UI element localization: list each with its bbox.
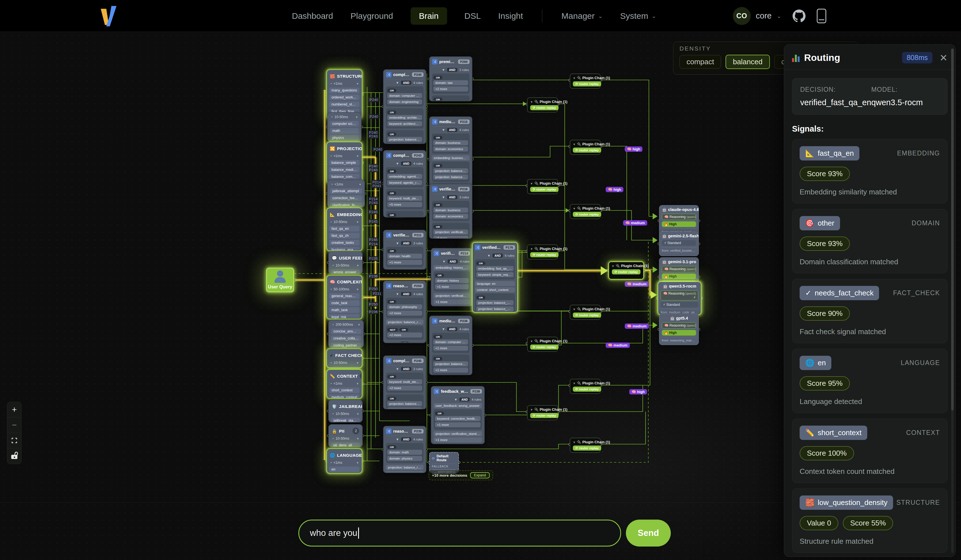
signal-badges: Value 0Score 55%	[800, 516, 940, 530]
density-option-compact[interactable]: compact	[680, 55, 721, 69]
score-badge: Value 0	[800, 516, 838, 530]
app-logo-icon[interactable]	[99, 5, 119, 26]
fit-view-button[interactable]	[7, 433, 21, 448]
edge-label: P235	[393, 213, 405, 218]
edge-label: P243	[368, 167, 379, 172]
edge-label: P236	[368, 274, 379, 279]
signal-description: Domain classification matched	[800, 258, 940, 266]
account-menu[interactable]: CO core ⌄	[733, 7, 781, 25]
edge-label: P240	[368, 114, 379, 119]
edge-label: P245	[368, 210, 379, 214]
pencil-icon: ✏️	[805, 428, 814, 437]
score-badge: Score 95%	[800, 376, 850, 390]
top-navbar: DashboardPlaygroundBrainDSLInsightManage…	[0, 0, 961, 32]
latency-badge: 808ms	[902, 52, 932, 63]
nav-items: DashboardPlaygroundBrainDSLInsightManage…	[292, 0, 656, 32]
nav-item-manager[interactable]: Manager⌄	[561, 11, 603, 21]
routing-panel: Routing 808ms ✕ DECISION: verified_fast_…	[784, 44, 956, 557]
signal-badges: Score 90%	[800, 306, 940, 321]
signal-badges: Score 100%	[800, 446, 940, 461]
signal-row: ✏️short_contextCONTEXT	[800, 425, 940, 440]
signal-type: FACT_CHECK	[893, 289, 940, 297]
triangle-ruler-icon: 📐	[805, 149, 814, 158]
signal-badges: Score 93%	[800, 236, 940, 251]
avatar[interactable]: CO	[733, 7, 751, 25]
signal-name: other	[818, 219, 834, 228]
chevron-down-icon: ⌄	[652, 13, 656, 19]
signal-description: Embedding similarity matched	[800, 188, 940, 196]
signal-name-badge: 🌐en	[800, 356, 831, 370]
signal-name-badge: 🧱low_question_density	[800, 496, 893, 510]
canvas-controls: + −	[7, 402, 22, 464]
signal-card: ✏️short_contextCONTEXTScore 100%Context …	[792, 419, 948, 483]
signal-name: needs_fact_check	[815, 289, 874, 297]
lock-icon	[11, 453, 18, 459]
signal-type: CONTEXT	[906, 429, 940, 436]
globe-icon: 🌐	[805, 359, 814, 367]
zoom-in-button[interactable]: +	[7, 402, 21, 417]
signal-badges: Score 93%	[800, 167, 940, 181]
signal-row: 🧱low_question_densitySTRUCTURE	[800, 496, 940, 510]
reasoning-effort-badge: 🧠 high	[625, 146, 643, 152]
edge-label: P176	[415, 209, 427, 215]
github-icon[interactable]	[792, 10, 805, 22]
dart-icon: 🎯	[805, 219, 814, 228]
close-icon[interactable]: ✕	[940, 52, 948, 63]
chevron-down-icon: ⌄	[776, 13, 781, 19]
nav-item-dashboard[interactable]: Dashboard	[292, 11, 333, 21]
density-option-balanced[interactable]: balanced	[726, 55, 770, 69]
signal-name: fast_qa_en	[818, 149, 854, 158]
zoom-out-button[interactable]: −	[7, 417, 21, 433]
signal-name-badge: 📐fast_qa_en	[800, 146, 860, 160]
edge-label: P240	[372, 147, 383, 152]
edge-label: P250	[368, 286, 379, 291]
signal-row: 📐fast_qa_enEMBEDDING	[800, 146, 940, 160]
signal-type: STRUCTURE	[897, 499, 940, 506]
send-button[interactable]: Send	[626, 520, 671, 547]
account-name: core	[756, 11, 771, 21]
check-icon: ✓	[805, 289, 812, 297]
nav-item-insight[interactable]: Insight	[498, 11, 523, 21]
score-badge: Score 55%	[843, 516, 893, 530]
signal-row: 🌐enLANGUAGE	[800, 356, 940, 370]
edge-label: P243	[371, 183, 382, 188]
routing-title: Routing	[804, 52, 898, 63]
edge-label: P250	[368, 302, 379, 306]
edge-label: P243	[368, 134, 379, 139]
edge-label: P243	[368, 200, 379, 205]
edge-label: P236	[368, 310, 379, 314]
signal-name: en	[818, 359, 826, 367]
signal-card: ✓needs_fact_checkFACT_CHECKScore 90%Fact…	[792, 279, 948, 343]
routing-scrollbar[interactable]	[951, 48, 954, 553]
signal-name: low_question_density	[818, 498, 887, 507]
signal-badges: Score 95%	[800, 376, 940, 390]
reasoning-effort-badge: 🧠 medium	[623, 220, 647, 226]
score-badge: Score 90%	[800, 306, 850, 321]
signal-card: 📐fast_qa_enEMBEDDINGScore 93%Embedding s…	[792, 139, 948, 204]
signal-description: Fact check signal matched	[800, 327, 940, 336]
nav-item-brain[interactable]: Brain	[411, 7, 447, 25]
brick-icon: 🧱	[805, 498, 814, 507]
chevron-down-icon: ⌄	[598, 13, 603, 19]
signal-card: 🎯otherDOMAINScore 93%Domain classificati…	[792, 209, 948, 273]
signal-card: 🧱low_question_densitySTRUCTUREValue 0Sco…	[792, 488, 948, 553]
chat-input-value: who are you	[310, 528, 357, 538]
signals-label: Signals:	[792, 124, 948, 133]
nav-item-system[interactable]: System⌄	[620, 11, 656, 21]
reasoning-effort-badge: 🧠 high	[629, 389, 647, 395]
reasoning-effort-badge: 🧠 high	[606, 187, 624, 192]
signal-name: short_context	[818, 428, 861, 437]
reasoning-effort-badge: 🧠 medium	[625, 324, 649, 329]
nav-item-dsl[interactable]: DSL	[464, 11, 481, 21]
chat-input[interactable]: who are you	[298, 520, 621, 547]
edge-label: P245	[368, 219, 379, 224]
score-badge: Score 100%	[800, 446, 854, 461]
mobile-device-icon[interactable]	[817, 9, 826, 23]
lock-button[interactable]	[7, 448, 21, 464]
edge-label: P235	[368, 256, 379, 261]
nav-item-playground[interactable]: Playground	[350, 11, 393, 21]
routing-scrollbar-thumb[interactable]	[951, 48, 954, 411]
signal-description: Structure rule matched	[800, 537, 940, 546]
edge-label: P231	[371, 291, 382, 296]
signal-row: 🎯otherDOMAIN	[800, 216, 940, 230]
